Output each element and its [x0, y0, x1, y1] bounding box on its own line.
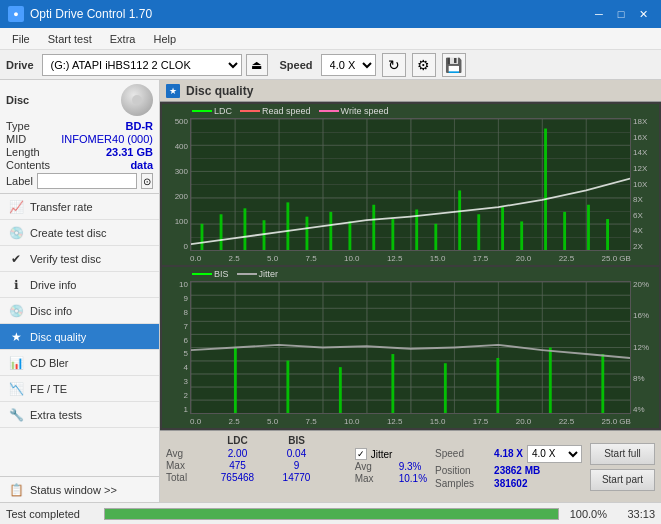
disc-label-input[interactable] [37, 173, 137, 189]
y1-500: 500 [175, 118, 188, 126]
y1r-14x: 14X [633, 149, 647, 157]
x1-12.5: 12.5 [387, 254, 403, 263]
sidebar-item-extra-tests[interactable]: 🔧 Extra tests [0, 402, 159, 428]
chart1-svg [191, 119, 630, 250]
speed-dropdown[interactable]: 4.0 X [527, 445, 582, 463]
minimize-button[interactable]: ─ [589, 5, 609, 23]
avg-label: Avg [166, 448, 206, 459]
sidebar-label-transfer-rate: Transfer rate [30, 201, 93, 213]
bis-chart: BIS Jitter 10 9 8 7 6 5 4 3 [162, 267, 659, 428]
menu-extra[interactable]: Extra [102, 31, 144, 47]
drive-label: Drive [6, 59, 34, 71]
menu-help[interactable]: Help [145, 31, 184, 47]
status-window-button[interactable]: 📋 Status window >> [0, 476, 159, 502]
jitter-max-val: 10.1% [399, 473, 427, 484]
x1-7.5: 7.5 [305, 254, 316, 263]
jitter-header-row: ✓ Jitter [355, 448, 427, 460]
title-bar-left: ● Opti Drive Control 1.70 [8, 6, 152, 22]
svg-rect-51 [234, 348, 237, 414]
disc-info-icon: 💿 [8, 303, 24, 319]
svg-rect-54 [391, 354, 394, 413]
start-full-button[interactable]: Start full [590, 443, 655, 465]
avg-ldc: 2.00 [210, 448, 265, 459]
x1-20: 20.0 [516, 254, 532, 263]
x2-2.5: 2.5 [228, 417, 239, 426]
close-button[interactable]: ✕ [633, 5, 653, 23]
disc-length-label: Length [6, 146, 40, 158]
chart2-y-left: 10 9 8 7 6 5 4 3 2 1 [162, 281, 190, 414]
svg-rect-31 [587, 205, 590, 250]
start-part-button[interactable]: Start part [590, 469, 655, 491]
menu-bar: File Start test Extra Help [0, 28, 661, 50]
verify-test-disc-icon: ✔ [8, 251, 24, 267]
position-key: Position [435, 465, 490, 476]
chart1-legend: LDC Read speed Write speed [192, 106, 388, 116]
sidebar-item-fe-te[interactable]: 📉 FE / TE [0, 376, 159, 402]
max-row: Max 475 9 [166, 460, 347, 471]
jitter-label-text: Jitter [371, 449, 393, 460]
time-text: 33:13 [615, 508, 655, 520]
buttons-section: Start full Start part [590, 435, 655, 498]
speed-section: Speed 4.18 X 4.0 X Position 23862 MB Sam… [435, 435, 582, 498]
svg-rect-30 [563, 212, 566, 250]
panel-icon: ★ [166, 84, 180, 98]
extra-tests-icon: 🔧 [8, 407, 24, 423]
disc-type-value: BD-R [126, 120, 154, 132]
menu-file[interactable]: File [4, 31, 38, 47]
samples-val: 381602 [494, 478, 527, 489]
avg-row: Avg 2.00 0.04 [166, 448, 347, 459]
stats-bar: LDC BIS Avg 2.00 0.04 Max 475 9 Total 76… [160, 430, 661, 502]
svg-rect-18 [306, 217, 309, 250]
y2-1: 1 [184, 406, 188, 414]
sidebar: Disc Type BD-R MID INFOMER40 (000) Lengt… [0, 80, 160, 502]
sidebar-item-verify-test-disc[interactable]: ✔ Verify test disc [0, 246, 159, 272]
bis-legend: BIS [192, 269, 229, 279]
sidebar-item-cd-bler[interactable]: 📊 CD Bler [0, 350, 159, 376]
eject-button[interactable]: ⏏ [246, 54, 268, 76]
settings-button[interactable]: ⚙ [412, 53, 436, 77]
refresh-button[interactable]: ↻ [382, 53, 406, 77]
x1-22.5: 22.5 [559, 254, 575, 263]
disc-contents-label: Contents [6, 159, 50, 171]
sidebar-item-create-test-disc[interactable]: 💿 Create test disc [0, 220, 159, 246]
svg-rect-27 [501, 207, 504, 250]
maximize-button[interactable]: □ [611, 5, 631, 23]
transfer-rate-icon: 📈 [8, 199, 24, 215]
jitter-color [237, 273, 257, 275]
svg-rect-24 [434, 224, 437, 250]
sidebar-item-drive-info[interactable]: ℹ Drive info [0, 272, 159, 298]
y1r-16x: 16X [633, 134, 647, 142]
menu-start-test[interactable]: Start test [40, 31, 100, 47]
x2-12.5: 12.5 [387, 417, 403, 426]
status-window-icon: 📋 [8, 482, 24, 498]
x1-10: 10.0 [344, 254, 360, 263]
y1-0: 0 [184, 243, 188, 251]
jitter-checkbox[interactable]: ✓ [355, 448, 367, 460]
sidebar-item-disc-quality[interactable]: ★ Disc quality [0, 324, 159, 350]
chart1-area [190, 118, 631, 251]
ldc-color [192, 110, 212, 112]
sidebar-item-disc-info[interactable]: 💿 Disc info [0, 298, 159, 324]
y2-9: 9 [184, 295, 188, 303]
y1r-18x: 18X [633, 118, 647, 126]
speed-select[interactable]: 4.0 X [321, 54, 376, 76]
x2-0: 0.0 [190, 417, 201, 426]
svg-rect-32 [606, 219, 609, 250]
disc-quality-icon: ★ [8, 329, 24, 345]
save-button[interactable]: 💾 [442, 53, 466, 77]
main-content: Disc Type BD-R MID INFOMER40 (000) Lengt… [0, 80, 661, 502]
max-bis: 9 [269, 460, 324, 471]
y2-2: 2 [184, 392, 188, 400]
window-controls: ─ □ ✕ [589, 5, 653, 23]
y1r-2x: 2X [633, 243, 643, 251]
disc-label-button[interactable]: ⊙ [141, 173, 153, 189]
drive-select[interactable]: (G:) ATAPI iHBS112 2 CLOK [42, 54, 242, 76]
y2r-4: 4% [633, 406, 645, 414]
stats-header: LDC BIS [166, 435, 347, 446]
sidebar-item-transfer-rate[interactable]: 📈 Transfer rate [0, 194, 159, 220]
sidebar-label-disc-quality: Disc quality [30, 331, 86, 343]
nav-items: 📈 Transfer rate 💿 Create test disc ✔ Ver… [0, 194, 159, 476]
y2r-20: 20% [633, 281, 649, 289]
disc-contents-row: Contents data [6, 159, 153, 171]
total-ldc: 765468 [210, 472, 265, 483]
